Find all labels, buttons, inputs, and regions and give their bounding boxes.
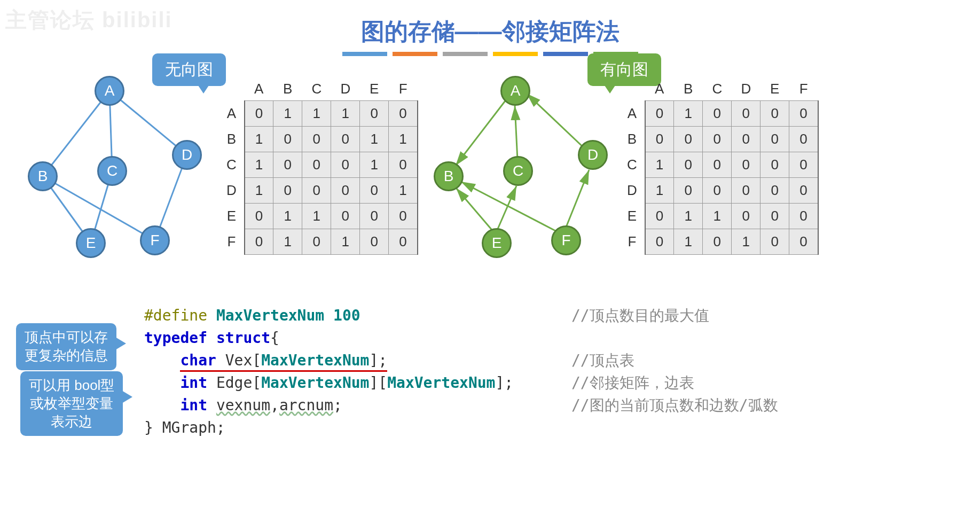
bar-4 bbox=[493, 52, 538, 56]
cell: 0 bbox=[789, 127, 818, 152]
code-char: char bbox=[180, 352, 216, 369]
cell: 0 bbox=[789, 178, 818, 204]
cell: 1 bbox=[360, 127, 389, 152]
cell: 0 bbox=[360, 101, 389, 127]
cell: 1 bbox=[360, 152, 389, 178]
cell: 0 bbox=[761, 101, 789, 127]
cell: 1 bbox=[389, 127, 418, 152]
row-hdr: F bbox=[620, 229, 645, 255]
code-struct: struct bbox=[216, 329, 270, 347]
cell: 0 bbox=[331, 152, 360, 178]
code-macro-name: MaxVertexNum bbox=[216, 307, 324, 324]
cell: 0 bbox=[761, 152, 789, 178]
col-hdr: B bbox=[674, 77, 703, 101]
code-mvn: MaxVertexNum bbox=[261, 352, 369, 369]
code-mgraph: MGraph; bbox=[162, 419, 225, 436]
col-hdr: A bbox=[245, 77, 273, 101]
cell: 0 bbox=[645, 127, 674, 152]
code-define: #define bbox=[144, 307, 207, 324]
matrix-undirected: ABCDEF A011100 B100011 C100010 D100001 E… bbox=[219, 77, 418, 255]
row-hdr: A bbox=[219, 101, 245, 127]
cell: 0 bbox=[732, 178, 761, 204]
cell: 1 bbox=[245, 178, 273, 204]
code-edge: Edge[ bbox=[216, 374, 261, 392]
node-a: A bbox=[500, 76, 530, 106]
code-semi: ; bbox=[333, 396, 342, 414]
cell: 0 bbox=[674, 178, 703, 204]
row-hdr: D bbox=[620, 178, 645, 204]
row-hdr: B bbox=[219, 127, 245, 152]
cell: 0 bbox=[245, 204, 273, 229]
matrix-directed: ABCDEF A010000 B000000 C100000 D100000 E… bbox=[620, 77, 819, 255]
cell: 0 bbox=[245, 229, 273, 255]
code-br: ]; bbox=[495, 374, 513, 392]
cell: 1 bbox=[645, 178, 674, 204]
cell: 0 bbox=[360, 178, 389, 204]
cell: 1 bbox=[331, 229, 360, 255]
cell: 0 bbox=[302, 127, 331, 152]
code-comments: //顶点数目的最大值 //顶点表 //邻接矩阵，边表 //图的当前顶点数和边数/… bbox=[571, 305, 778, 417]
cell: 0 bbox=[331, 178, 360, 204]
code-mvn: MaxVertexNum bbox=[261, 374, 369, 392]
cell: 0 bbox=[703, 152, 732, 178]
cell: 0 bbox=[302, 152, 331, 178]
comment-4: //图的当前顶点数和边数/弧数 bbox=[571, 394, 778, 417]
undirected-graph: A B C D E F bbox=[16, 61, 214, 264]
node-f: F bbox=[551, 225, 581, 255]
cell: 1 bbox=[302, 101, 331, 127]
cell: 0 bbox=[360, 204, 389, 229]
svg-line-10 bbox=[456, 188, 494, 232]
cell: 0 bbox=[331, 204, 360, 229]
code-vexnum: vexnum bbox=[216, 396, 270, 414]
cell: 1 bbox=[245, 152, 273, 178]
cell: 1 bbox=[703, 204, 732, 229]
code-int: int bbox=[180, 396, 207, 414]
cell: 0 bbox=[273, 178, 302, 204]
annot-bool-edge: 可以用 bool型 或枚举型变量 表示边 bbox=[20, 371, 123, 436]
cell: 0 bbox=[732, 152, 761, 178]
code-int: int bbox=[180, 374, 207, 392]
cell: 1 bbox=[674, 204, 703, 229]
cell: 0 bbox=[789, 229, 818, 255]
cell: 0 bbox=[789, 204, 818, 229]
code-typedef: typedef bbox=[144, 329, 207, 347]
code-brace: { bbox=[270, 329, 279, 347]
code-block: #define MaxVertexNum 100 typedef struct{… bbox=[144, 305, 513, 439]
cell: 0 bbox=[245, 101, 273, 127]
cell: 0 bbox=[789, 152, 818, 178]
cell: 1 bbox=[245, 127, 273, 152]
cell: 0 bbox=[703, 229, 732, 255]
cell: 1 bbox=[645, 152, 674, 178]
code-br: ]; bbox=[369, 352, 387, 369]
col-hdr: C bbox=[703, 77, 732, 101]
svg-line-9 bbox=[527, 93, 587, 151]
code-arcnum: arcnum bbox=[279, 396, 333, 414]
watermark: 主管论坛 bilibili bbox=[5, 5, 173, 35]
code-brace: } bbox=[144, 419, 153, 436]
cell: 0 bbox=[761, 229, 789, 255]
bar-2 bbox=[393, 52, 437, 56]
cell: 0 bbox=[360, 229, 389, 255]
cell: 0 bbox=[389, 101, 418, 127]
cell: 0 bbox=[703, 127, 732, 152]
cell: 1 bbox=[273, 101, 302, 127]
cell: 0 bbox=[302, 178, 331, 204]
cell: 1 bbox=[302, 204, 331, 229]
col-hdr: E bbox=[761, 77, 789, 101]
bar-5 bbox=[543, 52, 588, 56]
annot-vertex-info: 顶点中可以存 更复杂的信息 bbox=[16, 323, 116, 370]
cell: 0 bbox=[732, 204, 761, 229]
directed-graph: A B C D E F bbox=[422, 61, 620, 264]
col-hdr: E bbox=[360, 77, 389, 101]
cell: 0 bbox=[761, 178, 789, 204]
cell: 0 bbox=[732, 127, 761, 152]
cell: 0 bbox=[331, 127, 360, 152]
cell: 1 bbox=[273, 204, 302, 229]
code-comma: , bbox=[270, 396, 279, 414]
bar-3 bbox=[443, 52, 488, 56]
cell: 0 bbox=[732, 101, 761, 127]
cell: 0 bbox=[761, 204, 789, 229]
cell: 0 bbox=[302, 229, 331, 255]
cell: 0 bbox=[645, 204, 674, 229]
col-hdr: F bbox=[789, 77, 818, 101]
